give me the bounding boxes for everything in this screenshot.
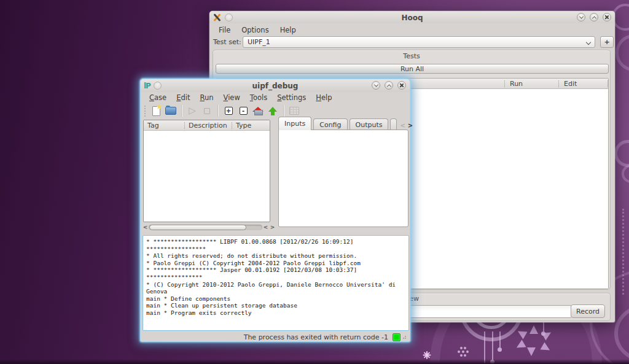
close-button[interactable] — [603, 13, 611, 21]
menu-help[interactable]: Help — [275, 25, 302, 36]
debug-menubar: Case Edit Run View Tools Settings Help — [141, 92, 410, 103]
tree-column-description[interactable]: Description — [185, 120, 232, 130]
minimize-button[interactable] — [577, 13, 585, 21]
wallpaper-petal-ornament — [515, 327, 527, 339]
menu-options[interactable]: Options — [236, 25, 274, 36]
test-set-label: Test set: — [213, 38, 241, 46]
log-text: * ****************** LIBPF 01.00.0868 [2… — [143, 236, 408, 319]
wallpaper-ring-ornament — [615, 34, 629, 71]
stop-button-disabled — [200, 104, 214, 118]
wallpaper-petal-ornament — [529, 325, 538, 334]
open-folder-icon — [165, 107, 176, 115]
menu-run[interactable]: Run — [195, 92, 218, 103]
new-document-icon — [152, 106, 160, 116]
maximize-button[interactable] — [590, 13, 598, 21]
wallpaper-line-ornament — [492, 331, 493, 360]
tab-outputs[interactable]: Outputs — [350, 118, 389, 130]
add-test-set-button[interactable]: + — [600, 36, 614, 48]
window-plus-icon: + — [225, 107, 233, 115]
resize-grip[interactable] — [403, 336, 406, 339]
tab-config[interactable]: Config — [313, 118, 347, 130]
wallpaper-flower-ornament — [462, 350, 464, 353]
scrollbar-thumb[interactable] — [149, 225, 246, 230]
tree-column-type[interactable]: Type — [232, 120, 270, 130]
open-case-button[interactable] — [163, 104, 178, 118]
log-output-panel[interactable]: * ****************** LIBPF 01.00.0868 [2… — [143, 235, 409, 331]
wallpaper-petal-ornament — [527, 347, 536, 356]
calculator-grid-icon — [289, 107, 299, 115]
record-button[interactable]: Record — [571, 304, 605, 318]
collapse-all-button[interactable]: - — [236, 104, 251, 118]
home-button[interactable] — [251, 104, 265, 118]
wallpaper-ring-ornament — [614, 306, 629, 361]
home-icon — [252, 106, 264, 116]
hooq-titlebar[interactable]: Hooq — [209, 11, 615, 23]
toolbar-handle[interactable] — [144, 106, 147, 117]
tests-column-run[interactable]: Run — [505, 79, 558, 88]
chevron-up-icon — [386, 84, 391, 88]
test-set-value: UIPF_1 — [248, 38, 270, 46]
case-tree-panel[interactable]: Tag Description Type — [143, 120, 270, 222]
chevron-down-icon — [586, 40, 591, 45]
wallpaper-petal-ornament — [514, 339, 526, 351]
close-icon — [604, 15, 609, 20]
menu-help[interactable]: Help — [311, 92, 337, 103]
up-arrow-icon — [268, 106, 278, 116]
tree-header: Tag Description Type — [144, 120, 270, 131]
uipf-debug-window: lP uipf_debug Case Edit Run View Tools S… — [140, 79, 410, 342]
run-button-disabled: ▷ — [185, 104, 200, 118]
scroll-right-arrow-icon[interactable]: > — [269, 223, 276, 231]
toolbar-separator — [181, 105, 182, 117]
detail-tabs: Inputs Config Outputs Messa < > — [278, 117, 408, 130]
menu-edit[interactable]: Edit — [171, 92, 195, 103]
wallpaper-dotted-line-ornament — [622, 209, 624, 295]
menu-file[interactable]: File — [213, 25, 236, 36]
wallpaper-line-ornament — [499, 331, 501, 347]
menu-view[interactable]: View — [219, 92, 245, 103]
test-set-combobox[interactable]: UIPF_1 — [243, 36, 595, 48]
chevron-down-icon — [579, 14, 583, 18]
new-case-button[interactable] — [149, 104, 163, 118]
tab-messages[interactable]: Messa — [390, 118, 397, 130]
horizontal-scrollbar[interactable]: < < > — [142, 223, 276, 231]
star-icon — [157, 104, 162, 110]
tab-scroll-right-icon[interactable]: > — [407, 122, 414, 130]
wallpaper-sparkle-ornament — [423, 351, 431, 359]
toolbar-separator — [217, 105, 218, 117]
menu-settings[interactable]: Settings — [272, 92, 311, 103]
stop-icon — [204, 108, 210, 114]
upload-button[interactable] — [265, 104, 280, 118]
wallpaper-dot-ornament — [498, 347, 502, 352]
wallpaper-ring-ornament — [622, 165, 629, 183]
debug-statusbar: The process has exited with return code … — [141, 331, 410, 343]
wallpaper-petal-ornament — [540, 342, 552, 354]
inputs-tab-panel[interactable] — [278, 130, 408, 227]
maximize-button[interactable] — [385, 81, 393, 90]
tab-inputs[interactable]: Inputs — [278, 117, 311, 130]
status-led-icon — [393, 333, 400, 341]
scrollbar-track[interactable] — [149, 225, 262, 230]
calculate-button-disabled — [287, 104, 302, 118]
wallpaper-dot-ornament — [541, 331, 545, 336]
scroll-left-arrow-icon[interactable]: < — [142, 223, 149, 231]
debug-titlebar[interactable]: lP uipf_debug — [141, 79, 410, 92]
tree-column-tag[interactable]: Tag — [144, 120, 184, 130]
wallpaper-ring-ornament — [614, 140, 629, 167]
tests-column-edit[interactable]: Edit — [559, 79, 608, 88]
minimize-button[interactable] — [372, 81, 380, 90]
test-set-row: Test set: UIPF_1 + — [209, 36, 615, 48]
toolbar-separator — [283, 105, 284, 117]
run-all-button[interactable]: Run All — [216, 64, 609, 74]
chevron-down-icon — [373, 82, 378, 87]
menu-tools[interactable]: Tools — [245, 92, 272, 103]
expand-all-button[interactable]: + — [221, 104, 236, 118]
close-button[interactable] — [397, 81, 406, 90]
close-icon — [399, 83, 404, 88]
window-minus-icon: - — [240, 107, 248, 115]
scroll-left-arrow-icon[interactable]: < — [262, 223, 269, 231]
tests-group-title: Tests — [213, 52, 610, 60]
menu-case[interactable]: Case — [144, 92, 171, 103]
play-icon: ▷ — [189, 106, 196, 115]
wallpaper-dot-ornament — [490, 360, 494, 364]
debug-window-title: uipf_debug — [141, 82, 410, 90]
